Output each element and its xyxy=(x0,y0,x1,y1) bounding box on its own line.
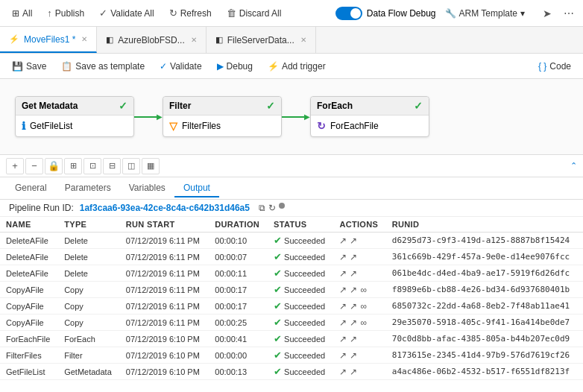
filter-body: ▽ FilterFiles xyxy=(163,116,281,136)
discard-all-button[interactable]: 🗑 Discard All xyxy=(221,4,288,22)
cell-type: Filter xyxy=(58,347,120,364)
tab-parameters[interactable]: Parameters xyxy=(56,180,120,197)
data-flow-debug-toggle[interactable] xyxy=(335,7,362,20)
cell-type: Delete xyxy=(58,233,120,249)
link-action-icon[interactable]: ∞ xyxy=(360,301,367,312)
output-action-icon[interactable]: ↗ xyxy=(350,367,357,377)
movefile-tab-close[interactable]: ✕ xyxy=(81,35,87,43)
cell-runid: 8173615e-2345-41d4-97b9-576d7619cf26 xyxy=(386,347,583,364)
input-action-icon[interactable]: ↗ xyxy=(339,334,347,344)
cell-actions[interactable]: ↗↗∞ xyxy=(333,314,385,331)
cell-actions[interactable]: ↗↗∞ xyxy=(333,298,385,314)
azureblob-tab-label: AzureBlobFSD... xyxy=(118,35,184,45)
zoom-grid-button[interactable]: ▦ xyxy=(142,158,160,174)
refresh-button[interactable]: ↻ Refresh xyxy=(163,4,218,22)
add-trigger-button[interactable]: ⚡ Add trigger xyxy=(262,58,332,75)
status-dot xyxy=(279,203,285,209)
cell-run-start: 07/12/2019 6:10 PM xyxy=(120,331,209,347)
zoom-add-button[interactable]: + xyxy=(6,158,24,174)
cell-actions[interactable]: ↗↗ xyxy=(333,265,385,282)
pipeline-info-bar: Pipeline Run ID: 1af3caa6-93ea-42ce-8c4a… xyxy=(0,200,583,217)
output-action-icon[interactable]: ↗ xyxy=(350,268,357,279)
data-flow-debug-label: Data Flow Debug xyxy=(367,8,436,19)
succeeded-icon: ✔ xyxy=(274,268,282,279)
output-action-icon[interactable]: ↗ xyxy=(350,350,357,361)
get-metadata-label: GetFileList xyxy=(30,121,72,131)
trigger-icon: ⚡ xyxy=(268,61,279,72)
input-action-icon[interactable]: ↗ xyxy=(339,252,347,262)
copy-icon[interactable]: ⧉ xyxy=(259,203,265,213)
cell-runid: 6850732c-22dd-4a68-8eb2-7f48ab11ae41 xyxy=(386,298,583,314)
input-action-icon[interactable]: ↗ xyxy=(339,367,347,377)
cell-actions[interactable]: ↗↗ xyxy=(333,233,385,249)
table-row: CopyAFile Copy 07/12/2019 6:11 PM 00:00:… xyxy=(0,282,583,298)
cell-actions[interactable]: ↗↗ xyxy=(333,249,385,265)
expand-icon[interactable]: ⌃ xyxy=(570,161,577,171)
validate-all-icon: ✓ xyxy=(99,7,107,19)
cell-status: ✔ Succeeded xyxy=(268,282,333,298)
debug-button[interactable]: ▶ Debug xyxy=(211,58,259,75)
output-action-icon[interactable]: ↗ xyxy=(350,285,357,295)
input-action-icon[interactable]: ↗ xyxy=(339,268,347,279)
code-button[interactable]: { } Code xyxy=(532,58,577,75)
filter-icon: ▽ xyxy=(169,120,177,132)
tab-variables[interactable]: Variables xyxy=(120,180,174,197)
cell-runid: 361c669b-429f-457a-9e0e-d14ee9076fcc xyxy=(386,249,583,265)
output-action-icon[interactable]: ↗ xyxy=(350,334,357,344)
cell-run-start: 07/12/2019 6:10 PM xyxy=(120,364,209,380)
input-action-icon[interactable]: ↗ xyxy=(339,317,347,328)
tab-general[interactable]: General xyxy=(6,180,56,197)
cell-runid: f8989e6b-cb88-4e26-bd34-6d937680401b xyxy=(386,282,583,298)
get-metadata-node[interactable]: Get Metadata ✓ ℹ GetFileList xyxy=(15,96,134,137)
cell-status: ✔ Succeeded xyxy=(268,298,333,314)
fit-screen-button[interactable]: ⊞ xyxy=(64,158,82,174)
run-table-scroll[interactable]: NAME TYPE RUN START DURATION STATUS ACTI… xyxy=(0,217,583,392)
input-action-icon[interactable]: ↗ xyxy=(339,285,347,295)
zoom-minus-button[interactable]: − xyxy=(25,158,43,174)
foreach-node[interactable]: ForEach ✓ ↻ ForEachFile xyxy=(310,96,429,137)
tab-output[interactable]: Output xyxy=(174,180,219,197)
col-run-start: RUN START xyxy=(120,217,209,233)
top-right-icons: ➤ ⋯ xyxy=(540,6,577,21)
zoom-sel1-button[interactable]: ⊡ xyxy=(83,158,101,174)
cell-actions[interactable]: ↗↗∞ xyxy=(333,282,385,298)
input-action-icon[interactable]: ↗ xyxy=(339,350,347,361)
send-icon[interactable]: ➤ xyxy=(540,6,555,21)
validate-button[interactable]: ✓ Validate xyxy=(154,58,207,75)
azureblob-tab-close[interactable]: ✕ xyxy=(191,36,197,44)
rerun-icon[interactable]: ↻ xyxy=(268,203,276,213)
save-as-template-button[interactable]: 📋 Save as template xyxy=(55,58,151,75)
more-icon[interactable]: ⋯ xyxy=(561,6,577,21)
cell-run-start: 07/12/2019 6:11 PM xyxy=(120,265,209,282)
validate-all-button[interactable]: ✓ Validate All xyxy=(93,4,160,22)
all-button[interactable]: ⊞ All xyxy=(6,5,38,22)
tab-azureblob[interactable]: ◧ AzureBlobFSD... ✕ xyxy=(97,27,206,53)
cell-actions[interactable]: ↗↗ xyxy=(333,331,385,347)
tab-movefile[interactable]: ⚡ MoveFiles1 * ✕ xyxy=(0,27,97,53)
cell-actions[interactable]: ↗↗ xyxy=(333,364,385,380)
fit-lock-button[interactable]: 🔒 xyxy=(45,158,63,174)
cell-type: Delete xyxy=(58,249,120,265)
cell-name: DeleteAFile xyxy=(0,265,58,282)
arm-template-button[interactable]: 🔧 ARM Template ▾ xyxy=(439,5,531,22)
succeeded-icon: ✔ xyxy=(274,366,282,377)
input-action-icon[interactable]: ↗ xyxy=(339,235,347,246)
tab-fileserver[interactable]: ◧ FileServerData... ✕ xyxy=(207,27,316,53)
output-action-icon[interactable]: ↗ xyxy=(350,301,357,312)
link-action-icon[interactable]: ∞ xyxy=(360,317,367,328)
cell-actions[interactable]: ↗↗ xyxy=(333,347,385,364)
output-action-icon[interactable]: ↗ xyxy=(350,252,357,262)
bottom-panel: General Parameters Variables Output Pipe… xyxy=(0,177,583,392)
validate-icon: ✓ xyxy=(160,61,167,72)
zoom-sel3-button[interactable]: ◫ xyxy=(122,158,140,174)
zoom-sel2-button[interactable]: ⊟ xyxy=(103,158,121,174)
filter-node[interactable]: Filter ✓ ▽ FilterFiles xyxy=(163,96,282,137)
fileserver-tab-close[interactable]: ✕ xyxy=(300,36,306,44)
save-button[interactable]: 💾 Save xyxy=(6,58,52,75)
link-action-icon[interactable]: ∞ xyxy=(360,285,367,295)
output-action-icon[interactable]: ↗ xyxy=(350,317,357,328)
cell-duration: 00:00:07 xyxy=(209,249,268,265)
input-action-icon[interactable]: ↗ xyxy=(339,301,347,312)
output-action-icon[interactable]: ↗ xyxy=(350,235,357,246)
publish-button[interactable]: ↑ Publish xyxy=(41,4,90,22)
